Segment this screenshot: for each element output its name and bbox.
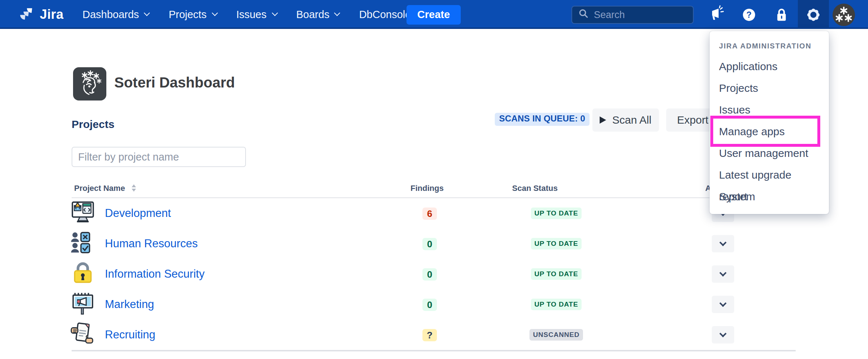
page-title: Soteri Dashboard bbox=[114, 74, 235, 91]
menu-item-issues[interactable]: Issues bbox=[710, 99, 829, 120]
settings-gear-icon[interactable] bbox=[797, 0, 829, 29]
menu-item-latest-upgrade-report[interactable]: Latest upgrade report bbox=[710, 164, 829, 185]
menu-item-applications[interactable]: Applications bbox=[710, 55, 829, 77]
jira-brand[interactable]: Jira bbox=[18, 0, 64, 29]
menu-item-manage-apps[interactable]: Manage apps bbox=[710, 120, 829, 142]
nav-item-dashboards[interactable]: Dashboards bbox=[82, 9, 149, 20]
row-actions-button[interactable] bbox=[711, 235, 734, 252]
chevron-down-icon bbox=[212, 10, 218, 16]
document-hands-icon bbox=[70, 321, 95, 349]
hr-people-checklist-icon bbox=[70, 230, 95, 258]
sort-icon[interactable] bbox=[132, 184, 136, 192]
col-header-project-name[interactable]: Project Name bbox=[74, 179, 136, 197]
search-icon bbox=[578, 8, 589, 21]
soteri-app-logo bbox=[73, 67, 106, 101]
scan-all-button[interactable]: Scan All bbox=[592, 108, 659, 131]
table-row: Development 6 UP TO DATE bbox=[72, 198, 796, 228]
lock-icon[interactable] bbox=[770, 0, 793, 29]
table-row: Information Security 0 UP TO DATE bbox=[72, 259, 796, 289]
scan-status-badge: UP TO DATE bbox=[531, 208, 582, 219]
jira-logo-icon bbox=[18, 5, 35, 24]
findings-badge[interactable]: ? bbox=[422, 329, 437, 341]
filter-project-input[interactable] bbox=[72, 147, 246, 167]
billboard-megaphone-icon bbox=[70, 290, 95, 319]
play-icon bbox=[600, 116, 607, 123]
chevron-down-icon bbox=[719, 299, 727, 307]
col-header-scan-status: Scan Status bbox=[512, 179, 558, 197]
admin-menu-heading: JIRA ADMINISTRATION bbox=[710, 37, 829, 55]
project-link[interactable]: Recruiting bbox=[105, 328, 156, 341]
scan-status-badge: UNSCANNED bbox=[530, 329, 583, 341]
admin-dropdown-menu: JIRA ADMINISTRATION Applications Project… bbox=[710, 31, 829, 214]
dev-monitor-icon bbox=[70, 199, 95, 227]
padlock-icon bbox=[70, 260, 95, 288]
row-actions-button[interactable] bbox=[711, 326, 734, 343]
scan-status-badge: UP TO DATE bbox=[531, 238, 582, 249]
menu-item-user-management[interactable]: User management bbox=[710, 142, 829, 164]
top-nav: Jira Dashboards Projects Issues Boards D… bbox=[0, 0, 868, 29]
nav-item-dbconsole[interactable]: DbConsole bbox=[359, 9, 411, 20]
scan-status-badge: UP TO DATE bbox=[531, 268, 582, 280]
search-box[interactable] bbox=[571, 5, 694, 23]
project-link[interactable]: Marketing bbox=[105, 298, 154, 311]
announcement-icon[interactable] bbox=[705, 0, 728, 29]
help-icon[interactable]: ? bbox=[737, 0, 761, 29]
findings-badge[interactable]: 0 bbox=[422, 268, 437, 280]
svg-text:?: ? bbox=[746, 10, 752, 19]
chevron-down-icon bbox=[719, 330, 727, 337]
search-input[interactable] bbox=[594, 9, 681, 20]
chevron-down-icon bbox=[144, 10, 150, 16]
findings-badge[interactable]: 0 bbox=[422, 238, 437, 250]
findings-badge[interactable]: 6 bbox=[422, 207, 437, 219]
screen: Jira Dashboards Projects Issues Boards D… bbox=[0, 0, 868, 359]
table-row: Recruiting ? UNSCANNED bbox=[72, 320, 796, 350]
scans-in-queue-badge: SCANS IN QUEUE: 0 bbox=[495, 113, 590, 125]
nav-menu: Dashboards Projects Issues Boards DbCons… bbox=[82, 0, 411, 29]
brand-name: Jira bbox=[40, 7, 64, 22]
chevron-down-icon bbox=[272, 10, 278, 16]
projects-table: Project Name Findings Scan Status Action… bbox=[72, 179, 796, 351]
user-avatar[interactable] bbox=[833, 3, 855, 26]
row-actions-button[interactable] bbox=[711, 265, 734, 283]
chevron-down-icon bbox=[719, 239, 727, 246]
table-header-row: Project Name Findings Scan Status Action… bbox=[72, 179, 796, 198]
findings-badge[interactable]: 0 bbox=[422, 298, 437, 311]
projects-section-heading: Projects bbox=[72, 118, 114, 130]
table-bottom-border bbox=[72, 350, 796, 351]
menu-item-projects[interactable]: Projects bbox=[710, 77, 829, 99]
table-row: Human Resources 0 UP TO DATE bbox=[72, 228, 796, 259]
chevron-down-icon bbox=[719, 269, 727, 276]
chevron-down-icon bbox=[334, 10, 340, 16]
nav-item-boards[interactable]: Boards bbox=[296, 9, 340, 20]
create-button[interactable]: Create bbox=[407, 5, 461, 24]
row-actions-button[interactable] bbox=[711, 296, 734, 313]
menu-item-system[interactable]: System bbox=[710, 185, 829, 207]
table-row: Marketing 0 UP TO DATE bbox=[72, 289, 796, 320]
col-header-findings: Findings bbox=[410, 179, 444, 197]
project-link[interactable]: Development bbox=[105, 207, 171, 220]
project-link[interactable]: Information Security bbox=[105, 268, 205, 281]
scan-status-badge: UP TO DATE bbox=[531, 299, 582, 310]
nav-item-issues[interactable]: Issues bbox=[236, 9, 277, 20]
project-link[interactable]: Human Resources bbox=[105, 237, 198, 250]
nav-item-projects[interactable]: Projects bbox=[169, 9, 217, 20]
